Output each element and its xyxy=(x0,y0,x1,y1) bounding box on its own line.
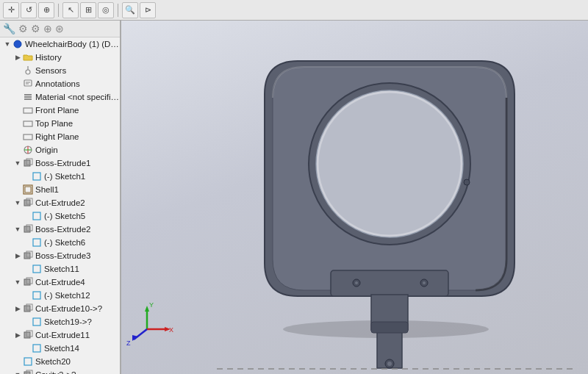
zoom-tool-button[interactable]: ⊕ xyxy=(38,2,54,18)
expand-arrow-sketch12 xyxy=(22,291,31,300)
sketch-icon-sketch11 xyxy=(31,263,43,275)
display-manager-icon[interactable]: ⊛ xyxy=(55,23,64,35)
tree-item-annotations[interactable]: Annotations xyxy=(0,77,120,90)
extrude-icon-cut-extrude10 xyxy=(22,303,34,314)
expand-arrow-front-plane xyxy=(13,106,22,115)
expand-arrow-sketch11 xyxy=(22,265,31,273)
sketch-icon-sketch12 xyxy=(31,290,43,301)
expand-arrow-cut-extrude2: ▼ xyxy=(13,198,22,207)
expand-arrow-boss-extrude1: ▼ xyxy=(13,159,22,168)
svg-rect-28 xyxy=(33,265,40,273)
tree-item-sketch20[interactable]: Sketch20 xyxy=(0,355,120,368)
expand-arrow-cavity2: ▼ xyxy=(13,370,22,374)
bottom-bolt-center xyxy=(387,362,392,366)
folder-icon-history xyxy=(22,51,34,63)
svg-point-1 xyxy=(26,70,30,74)
tree-item-cut-extrude4[interactable]: ▼Cut-Extrude4 xyxy=(0,276,120,289)
tree-label-cut-extrude4: Cut-Extrude4 xyxy=(35,276,85,288)
tree-item-boss-extrude2[interactable]: ▼Boss-Extrude2 xyxy=(0,223,120,236)
extrude-icon-cut-extrude2 xyxy=(22,197,34,209)
expand-arrow-annotations xyxy=(13,79,22,88)
expand-arrow-root: ▼ xyxy=(3,40,12,48)
svg-rect-32 xyxy=(24,306,30,312)
tree-item-cavity2[interactable]: ▼Cavity2->? xyxy=(0,368,120,374)
configmanager-icon[interactable]: ⚙ xyxy=(31,23,40,35)
tree-item-sketch12[interactable]: (-) Sketch12 xyxy=(0,289,120,302)
select-tool-button[interactable]: ↖ xyxy=(62,2,79,18)
tree-item-sketch11[interactable]: Sketch11 xyxy=(0,262,120,276)
expand-arrow-right-plane xyxy=(13,132,22,141)
expand-arrow-sketch14 xyxy=(22,344,31,353)
tree-label-root: WheelchairBody (1) (Defaul xyxy=(25,38,120,50)
svg-rect-8 xyxy=(24,98,32,100)
extrude-icon-boss-extrude3 xyxy=(22,250,34,262)
expand-arrow-sketch20 xyxy=(13,357,22,366)
sketch-icon-sketch19 xyxy=(31,316,43,328)
expand-arrow-sketch5 xyxy=(22,212,31,220)
tree-item-root[interactable]: ▼WheelchairBody (1) (Defaul xyxy=(0,37,120,51)
svg-rect-25 xyxy=(33,239,40,246)
tree-label-cut-extrude11: Cut-Extrude11 xyxy=(35,329,90,341)
expand-arrow-sketch6 xyxy=(22,238,31,247)
tree-label-cut-extrude10: Cut-Extrude10->? xyxy=(35,303,102,314)
main-layout: 🔧 ⚙ ⚙ ⊕ ⊛ ▼WheelchairBody (1) (Defaul▶Hi… xyxy=(0,21,588,374)
svg-rect-7 xyxy=(24,96,32,98)
svg-rect-20 xyxy=(24,200,30,206)
toolbar-separator-1 xyxy=(58,4,59,17)
smart-select-button[interactable]: ◎ xyxy=(98,2,114,18)
3d-viewport[interactable]: Y X Z xyxy=(121,21,588,374)
tree-item-boss-extrude1[interactable]: ▼Boss-Extrude1 xyxy=(0,157,120,170)
tree-item-right-plane[interactable]: Right Plane xyxy=(0,130,120,143)
tree-item-sensors[interactable]: Sensors xyxy=(0,64,120,77)
extra-tool-button[interactable]: ⊳ xyxy=(140,2,156,18)
tree-item-origin[interactable]: Origin xyxy=(0,143,120,157)
tree-item-sketch1[interactable]: (-) Sketch1 xyxy=(0,170,120,183)
tree-label-annotations: Annotations xyxy=(35,78,80,90)
tree-label-sketch6: (-) Sketch6 xyxy=(44,237,85,248)
tree-item-shell1[interactable]: Shell1 xyxy=(0,183,120,196)
svg-point-0 xyxy=(14,40,21,48)
plane-icon-right-plane xyxy=(22,131,34,143)
annot-icon-annotations xyxy=(22,78,34,90)
tree-item-top-plane[interactable]: Top Plane xyxy=(0,117,120,130)
svg-rect-3 xyxy=(24,80,32,86)
magnify-button[interactable]: 🔍 xyxy=(122,2,138,18)
tree-item-front-plane[interactable]: Front Plane xyxy=(0,104,120,117)
toolbar: ✛ ↺ ⊕ ↖ ⊞ ◎ 🔍 ⊳ xyxy=(0,0,588,21)
featuremgr-icon[interactable]: 🔧 xyxy=(3,23,15,35)
svg-rect-38 xyxy=(24,358,32,365)
tree-label-cut-extrude2: Cut-Extrude2 xyxy=(35,197,85,209)
dimxpert-icon[interactable]: ⊕ xyxy=(43,23,52,35)
rotate-tool-button[interactable]: ↺ xyxy=(21,2,37,18)
material-icon-material xyxy=(22,91,34,103)
svg-rect-31 xyxy=(33,292,40,299)
svg-rect-9 xyxy=(24,108,32,113)
svg-rect-37 xyxy=(33,345,40,352)
model-canvas: Y X Z xyxy=(121,21,588,374)
expand-arrow-boss-extrude2: ▼ xyxy=(13,225,22,234)
tree-item-sketch14[interactable]: Sketch14 xyxy=(0,342,120,355)
tree-label-sketch5: (-) Sketch5 xyxy=(44,210,85,222)
tree-label-boss-extrude3: Boss-Extrude3 xyxy=(35,250,90,262)
tree-item-cut-extrude11[interactable]: ▶Cut-Extrude11 xyxy=(0,328,120,342)
tree-item-sketch5[interactable]: (-) Sketch5 xyxy=(0,209,120,223)
propertymanager-icon[interactable]: ⚙ xyxy=(18,23,28,35)
tree-label-sensors: Sensors xyxy=(35,65,66,76)
tree-label-origin: Origin xyxy=(35,144,58,156)
zoomfit-tool-button[interactable]: ⊞ xyxy=(80,2,96,18)
axes-widget-group: Y X Z xyxy=(126,301,173,347)
expand-arrow-boss-extrude3: ▶ xyxy=(13,251,22,260)
tree-item-cut-extrude10[interactable]: ▶Cut-Extrude10->? xyxy=(0,302,120,315)
expand-arrow-cut-extrude11: ▶ xyxy=(13,331,22,339)
tree-item-cut-extrude2[interactable]: ▼Cut-Extrude2 xyxy=(0,196,120,209)
tree-item-sketch6[interactable]: (-) Sketch6 xyxy=(0,236,120,249)
tree-item-sketch19[interactable]: Sketch19->? xyxy=(0,315,120,328)
svg-rect-11 xyxy=(24,134,32,140)
tree-item-boss-extrude3[interactable]: ▶Boss-Extrude3 xyxy=(0,249,120,262)
svg-rect-10 xyxy=(24,121,32,126)
tree-item-history[interactable]: ▶History xyxy=(0,51,120,64)
svg-rect-26 xyxy=(24,253,30,259)
tree-item-material[interactable]: Material <not specified> xyxy=(0,90,120,104)
move-tool-button[interactable]: ✛ xyxy=(3,2,19,18)
model-svg: Y X Z xyxy=(121,21,588,374)
